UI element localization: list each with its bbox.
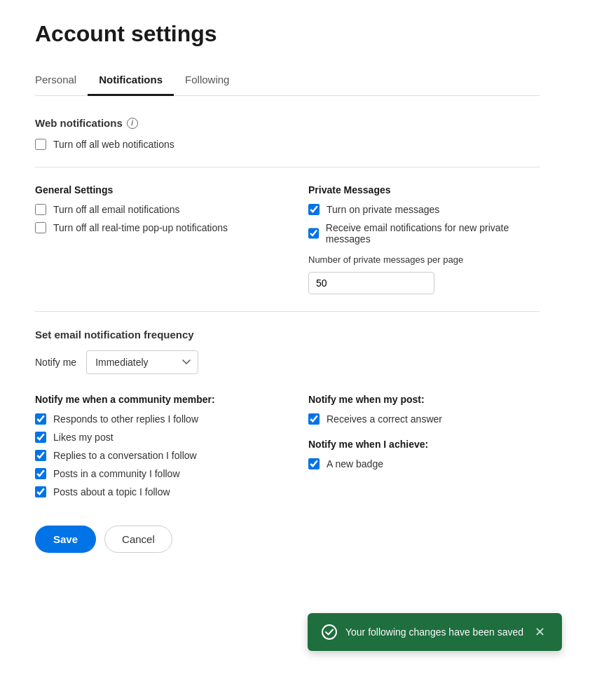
achieve-notif-row-0: A new badge xyxy=(308,458,540,469)
post-notif-checkbox-0[interactable] xyxy=(308,413,320,425)
frequency-title: Set email notification frequency xyxy=(35,329,540,341)
achieve-notif-label-0: A new badge xyxy=(327,458,383,469)
turn-off-web-notifications-label: Turn off all web notifications xyxy=(53,139,174,150)
general-setting-label-0: Turn off all email notifications xyxy=(53,204,180,215)
community-notif-row-1: Likes my post xyxy=(35,432,266,443)
toast-message: Your following changes have been saved xyxy=(345,626,523,638)
email-frequency-section: Set email notification frequency Notify … xyxy=(35,329,540,374)
general-setting-row-1: Turn off all real-time pop-up notificati… xyxy=(35,222,266,233)
community-notif-row-2: Replies to a conversation I follow xyxy=(35,450,266,461)
private-messages-col: Private Messages Turn on private message… xyxy=(308,184,540,294)
toast-close-button[interactable]: ✕ xyxy=(532,624,548,640)
divider-1 xyxy=(35,167,540,167)
web-notifications-section: Web notifications i Turn off all web not… xyxy=(35,117,540,150)
general-private-section: General Settings Turn off all email noti… xyxy=(35,184,540,294)
community-notif-label-2: Replies to a conversation I follow xyxy=(53,450,197,461)
notify-sections: Notify me when a community member: Respo… xyxy=(35,394,540,505)
toast-notification: Your following changes have been saved ✕ xyxy=(308,613,562,651)
notify-me-row: Notify me Immediately Daily Digest Weekl… xyxy=(35,350,540,374)
turn-off-web-notifications-row: Turn off all web notifications xyxy=(35,139,540,150)
general-setting-checkbox-0[interactable] xyxy=(35,204,46,215)
divider-2 xyxy=(35,311,540,312)
tab-notifications[interactable]: Notifications xyxy=(88,67,174,96)
page-title: Account settings xyxy=(35,21,540,47)
cancel-button[interactable]: Cancel xyxy=(104,526,172,553)
save-button[interactable]: Save xyxy=(35,526,96,553)
community-notif-checkbox-3[interactable] xyxy=(35,468,46,479)
community-notif-row-3: Posts in a community I follow xyxy=(35,468,266,479)
frequency-select[interactable]: Immediately Daily Digest Weekly Digest N… xyxy=(86,350,198,374)
private-msg-label-1: Receive email notifications for new priv… xyxy=(326,222,540,245)
private-msg-row-1: Receive email notifications for new priv… xyxy=(308,222,540,245)
private-msg-label-0: Turn on private messages xyxy=(327,204,439,215)
private-msg-row-0: Turn on private messages xyxy=(308,204,540,215)
general-settings-title: General Settings xyxy=(35,184,266,195)
achieve-notifications-title: Notify me when I achieve: xyxy=(308,439,540,450)
info-icon[interactable]: i xyxy=(127,118,138,129)
tab-personal[interactable]: Personal xyxy=(35,67,88,96)
toast-check-icon xyxy=(322,624,337,640)
web-notifications-title: Web notifications i xyxy=(35,117,540,129)
community-notif-row-0: Responds to other replies I follow xyxy=(35,413,266,425)
tab-following[interactable]: Following xyxy=(174,67,240,96)
post-notif-row-0: Receives a correct answer xyxy=(308,413,540,425)
post-achieve-notifications-col: Notify me when my post: Receives a corre… xyxy=(308,394,540,505)
community-notif-checkbox-4[interactable] xyxy=(35,486,46,497)
community-notif-row-4: Posts about a topic I follow xyxy=(35,486,266,497)
tabs-container: Personal Notifications Following xyxy=(35,67,540,96)
general-setting-row-0: Turn off all email notifications xyxy=(35,204,266,215)
general-setting-label-1: Turn off all real-time pop-up notificati… xyxy=(53,222,228,233)
general-setting-checkbox-1[interactable] xyxy=(35,222,46,233)
achieve-notif-checkbox-0[interactable] xyxy=(308,458,320,469)
per-page-input[interactable] xyxy=(308,272,434,294)
post-notif-label-0: Receives a correct answer xyxy=(327,413,442,425)
community-notif-label-1: Likes my post xyxy=(53,432,114,443)
community-notif-checkbox-0[interactable] xyxy=(35,413,46,425)
community-notif-checkbox-1[interactable] xyxy=(35,432,46,443)
community-notif-label-3: Posts in a community I follow xyxy=(53,468,180,479)
community-notifications-title: Notify me when a community member: xyxy=(35,394,266,405)
per-page-label: Number of private messages per page xyxy=(308,254,540,265)
button-row: Save Cancel xyxy=(35,526,540,553)
community-notif-label-0: Responds to other replies I follow xyxy=(53,413,198,425)
community-notif-label-4: Posts about a topic I follow xyxy=(53,486,170,497)
turn-off-web-notifications-checkbox[interactable] xyxy=(35,139,46,150)
post-notifications-title: Notify me when my post: xyxy=(308,394,540,405)
community-notifications-col: Notify me when a community member: Respo… xyxy=(35,394,266,505)
private-messages-title: Private Messages xyxy=(308,184,540,195)
private-msg-checkbox-0[interactable] xyxy=(308,204,320,215)
general-settings-col: General Settings Turn off all email noti… xyxy=(35,184,266,294)
notify-me-label: Notify me xyxy=(35,357,76,368)
private-msg-checkbox-1[interactable] xyxy=(308,228,319,239)
community-notif-checkbox-2[interactable] xyxy=(35,450,46,461)
